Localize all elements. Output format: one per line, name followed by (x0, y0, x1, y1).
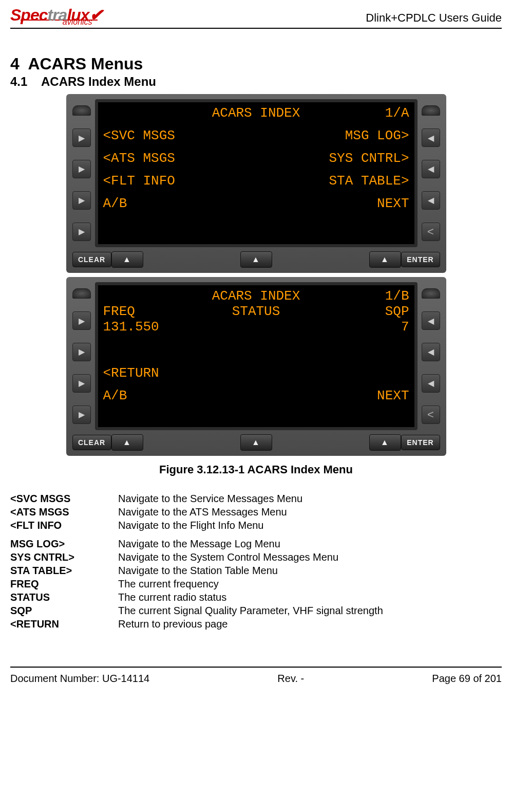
definition-row: MSG LOG>Navigate to the Message Log Menu (10, 537, 383, 550)
up-arrow-1b[interactable]: ▲ (111, 434, 143, 451)
a-r1: MSG LOG> (345, 128, 409, 143)
definition-row: FREQThe current frequency (10, 577, 383, 590)
definition-desc: The current frequency (118, 577, 383, 590)
up-arrow-2b[interactable]: ▲ (240, 434, 272, 451)
definition-term: <RETURN (10, 617, 118, 631)
definition-term: MSG LOG> (10, 537, 118, 550)
section-num: 4 (10, 54, 20, 73)
definition-desc: Navigate to the Station Table Menu (118, 564, 383, 577)
screen-b: ACARS INDEX 1/B FREQ STATUS SQP 131.550 … (95, 282, 418, 430)
lsk-r1[interactable]: ◀ (422, 128, 440, 147)
definition-row: SYS CNTRL>Navigate to the System Control… (10, 550, 383, 564)
definition-desc: Return to previous page (118, 617, 383, 631)
definition-term: SQP (10, 604, 118, 617)
b-val-freq: 131.550 (103, 319, 256, 335)
lsk-top-l-b[interactable] (72, 288, 91, 299)
logo-block: Spectralux✔ avionics (10, 5, 103, 27)
lsk-r2-b[interactable]: ◀ (422, 343, 440, 361)
mcdu-device-a: ▶ ▶ ▶ ▶ ACARS INDEX 1/A <SVC MSGS MSG LO… (66, 94, 446, 273)
screen-b-title: ACARS INDEX (144, 288, 368, 304)
right-lsk-col-b: ◀ ◀ ◀ < (421, 282, 441, 430)
screen-a-title: ACARS INDEX (144, 105, 368, 121)
clear-button[interactable]: CLEAR (72, 252, 111, 267)
a-r2: SYS CNTRL> (329, 151, 409, 166)
definition-term: STATUS (10, 590, 118, 604)
lsk-r3-b[interactable]: ◀ (422, 374, 440, 393)
up-arrow-1[interactable]: ▲ (111, 251, 143, 268)
lsk-l2[interactable]: ▶ (72, 160, 91, 178)
b-lbl-sqp: SQP (308, 304, 409, 319)
lsk-l4[interactable]: ▶ (72, 223, 91, 241)
b-lbl-freq: FREQ (103, 304, 204, 319)
footer-page: Page 69 of 201 (432, 673, 502, 685)
definition-term: FREQ (10, 577, 118, 590)
definition-term: SYS CNTRL> (10, 550, 118, 564)
b-lbl-status: STATUS (204, 304, 308, 319)
lsk-l3[interactable]: ▶ (72, 191, 91, 210)
subsection-title: 4.1ACARS Index Menu (10, 75, 502, 89)
section-name: ACARS Menus (28, 54, 143, 73)
definition-row: <FLT INFONavigate to the Flight Info Men… (10, 519, 383, 532)
subsection-name: ACARS Index Menu (41, 75, 156, 88)
up-arrow-3b[interactable]: ▲ (369, 434, 401, 451)
definition-term: <ATS MSGS (10, 505, 118, 519)
left-lsk-col-b: ▶ ▶ ▶ ▶ (71, 282, 92, 430)
lsk-top-r-b[interactable] (422, 288, 440, 299)
lsk-l4-b[interactable]: ▶ (72, 405, 91, 424)
lsk-l1[interactable]: ▶ (72, 128, 91, 147)
a-l1: <SVC MSGS (103, 128, 175, 143)
lsk-r1-b[interactable]: ◀ (422, 311, 440, 330)
definition-desc: The current radio status (118, 590, 383, 604)
definition-row: STA TABLE>Navigate to the Station Table … (10, 564, 383, 577)
figure-caption: Figure 3.12.13-1 ACARS Index Menu (10, 463, 502, 476)
lsk-l2-b[interactable]: ▶ (72, 343, 91, 361)
clear-button-b[interactable]: CLEAR (72, 435, 111, 450)
subsection-num: 4.1 (10, 75, 41, 89)
footer-rev: Rev. - (277, 673, 304, 685)
screen-b-page: 1/B (368, 288, 409, 304)
section-title: 4 ACARS Menus (10, 54, 502, 73)
definitions-table: <SVC MSGSNavigate to the Service Message… (10, 492, 383, 631)
a-l4: A/B (103, 196, 127, 211)
definition-desc: Navigate to the Message Log Menu (118, 537, 383, 550)
b-l3: <RETURN (103, 365, 159, 381)
up-arrow-2[interactable]: ▲ (240, 251, 272, 268)
mcdu-device-b: ▶ ▶ ▶ ▶ ACARS INDEX 1/B FREQ STATUS SQP (66, 277, 446, 456)
definition-desc: Navigate to the Flight Info Menu (118, 519, 383, 532)
lsk-l1-b[interactable]: ▶ (72, 311, 91, 330)
bottom-bar-b: CLEAR ▲ ▲ ▲ ENTER (71, 434, 441, 451)
right-lsk-col: ◀ ◀ ◀ < (421, 99, 441, 247)
definition-term: STA TABLE> (10, 564, 118, 577)
enter-button[interactable]: ENTER (401, 252, 440, 267)
lsk-r4-b[interactable]: < (422, 405, 440, 424)
enter-button-b[interactable]: ENTER (401, 435, 440, 450)
definition-row: <ATS MSGSNavigate to the ATS Messages Me… (10, 505, 383, 519)
lsk-top-l[interactable] (72, 105, 91, 116)
definition-term: <FLT INFO (10, 519, 118, 532)
a-l2: <ATS MSGS (103, 151, 175, 166)
b-val-sqp: 7 (256, 319, 409, 335)
lsk-r2[interactable]: ◀ (422, 160, 440, 178)
a-l3: <FLT INFO (103, 173, 175, 189)
b-r4: NEXT (377, 388, 409, 403)
definition-desc: Navigate to the System Control Messages … (118, 550, 383, 564)
definition-row: <SVC MSGSNavigate to the Service Message… (10, 492, 383, 505)
guide-title: Dlink+CPDLC Users Guide (366, 11, 502, 27)
a-r3: STA TABLE> (329, 173, 409, 189)
page-footer: Document Number: UG-14114 Rev. - Page 69… (10, 667, 502, 695)
screen-a: ACARS INDEX 1/A <SVC MSGS MSG LOG> <ATS … (95, 99, 418, 247)
a-r4: NEXT (377, 196, 409, 211)
definition-row: <RETURNReturn to previous page (10, 617, 383, 631)
footer-docnum: Document Number: UG-14114 (10, 673, 149, 685)
definition-term: <SVC MSGS (10, 492, 118, 505)
screen-a-page: 1/A (368, 105, 409, 121)
definition-desc: Navigate to the Service Messages Menu (118, 492, 383, 505)
definition-desc: The current Signal Quality Parameter, VH… (118, 604, 383, 617)
lsk-l3-b[interactable]: ▶ (72, 374, 91, 393)
up-arrow-3[interactable]: ▲ (369, 251, 401, 268)
lsk-top-r[interactable] (422, 105, 440, 116)
lsk-r4[interactable]: < (422, 223, 440, 241)
definition-desc: Navigate to the ATS Messages Menu (118, 505, 383, 519)
lsk-r3[interactable]: ◀ (422, 191, 440, 210)
page-header: Spectralux✔ avionics Dlink+CPDLC Users G… (10, 5, 502, 29)
